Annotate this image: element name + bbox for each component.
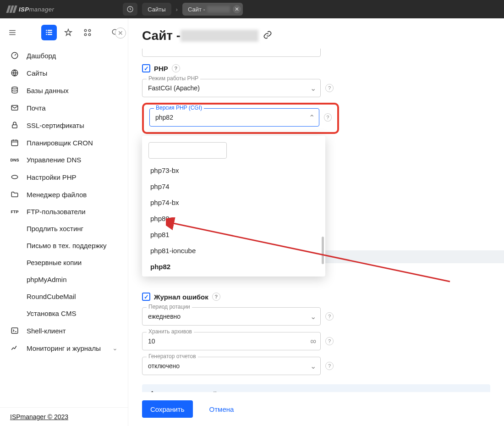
cancel-button[interactable]: Отмена xyxy=(201,400,242,418)
field-report: Генератор отчетов отключено ⌄ xyxy=(142,357,321,375)
sidebar-item-dashboard[interactable]: Дашборд xyxy=(0,47,128,64)
sidebar-item-renew[interactable]: Продлить хостинг xyxy=(0,220,128,237)
terminal-icon xyxy=(10,326,19,335)
sidebar-item-label: Установка CMS xyxy=(27,310,76,317)
dropdown-option[interactable]: php74-bx xyxy=(142,194,325,210)
chevron-up-icon: ⌃ xyxy=(149,390,155,392)
scrollbar-thumb[interactable] xyxy=(322,237,324,264)
select-php-mode[interactable]: FastCGI (Apache) xyxy=(142,79,321,97)
sidebar-item-ftp[interactable]: FTPFTP-пользователи xyxy=(0,203,128,220)
footer-copyright[interactable]: ISPmanager © 2023 xyxy=(0,407,128,426)
sidebar-item-php[interactable]: Настройки PHP xyxy=(0,168,128,186)
breadcrumb-label: Сайты xyxy=(148,6,165,13)
sidebar-item-label: Письмо в тех. поддержку xyxy=(27,242,107,249)
checkbox-errorlog[interactable]: ✓ xyxy=(142,293,150,301)
dropdown-option[interactable]: php81-ioncube xyxy=(142,243,325,259)
help-icon[interactable]: ? xyxy=(172,64,180,72)
sidebar-item-label: Дашборд xyxy=(27,52,56,60)
sidebar-item-roundcube[interactable]: RoundCubeMail xyxy=(0,288,128,305)
sidebar-item-files[interactable]: Менеджер файлов xyxy=(0,186,128,203)
sidebar-item-label: Shell-клиент xyxy=(27,327,66,335)
gauge-icon xyxy=(10,51,19,60)
sidebar-item-backups[interactable]: Резервные копии xyxy=(0,254,128,271)
sidebar-item-databases[interactable]: Базы данных xyxy=(0,82,128,99)
dropdown-option-selected[interactable]: php82 xyxy=(142,259,325,275)
help-icon[interactable]: ? xyxy=(325,337,334,345)
sidebar-item-dns[interactable]: DNSУправление DNS xyxy=(0,151,128,168)
sidebar-item-phpmyadmin[interactable]: phpMyAdmin xyxy=(0,271,128,288)
svg-rect-17 xyxy=(11,140,18,146)
sidebar-item-label: Планировщик CRON xyxy=(27,139,93,147)
chevron-down-icon: ⌄ xyxy=(112,344,118,352)
ftp-icon: FTP xyxy=(10,210,19,214)
sidebar-item-shell[interactable]: Shell-клиент xyxy=(0,322,128,339)
checkbox-php[interactable]: ✓ xyxy=(142,64,150,72)
help-icon[interactable]: ? xyxy=(325,84,334,92)
sidebar-item-sites[interactable]: Сайты xyxy=(0,64,128,82)
sidebar-item-cron[interactable]: Планировщик CRON xyxy=(0,134,128,151)
dropdown-list: php73-bx php74 php74-bx php80 php81 php8… xyxy=(142,162,325,275)
field-label: Режим работы PHP xyxy=(147,75,200,82)
apps-icon[interactable] xyxy=(80,25,95,40)
sidebar-item-label: Менеджер файлов xyxy=(27,191,87,199)
recent-icon[interactable] xyxy=(123,3,137,16)
help-icon[interactable]: ? xyxy=(325,312,334,321)
logo[interactable]: ISPmanager xyxy=(7,0,54,18)
link-icon[interactable] xyxy=(263,30,272,41)
dropdown-php-version: php73-bx php74 php74-bx php80 php81 php8… xyxy=(142,136,325,277)
sidebar: ✕ Дашборд Сайты Базы данных Почта SSL-се… xyxy=(0,18,128,426)
help-icon[interactable]: ? xyxy=(212,293,220,301)
dropdown-option[interactable]: php81 xyxy=(142,227,325,243)
close-icon[interactable]: ✕ xyxy=(233,5,241,13)
dropdown-option[interactable]: php74 xyxy=(142,178,325,194)
help-icon[interactable]: ? xyxy=(325,362,334,370)
star-icon[interactable] xyxy=(60,25,76,40)
svg-point-18 xyxy=(11,175,18,179)
field-archives: Хранить архивов 10 ∞ xyxy=(142,332,321,350)
chevron-right-icon: › xyxy=(176,6,178,13)
svg-rect-5 xyxy=(46,34,47,35)
svg-rect-16 xyxy=(12,125,17,128)
sidebar-item-monitoring[interactable]: Мониторинг и журналы⌄ xyxy=(0,339,128,357)
field-label: Версия PHP (CGI) xyxy=(154,105,204,111)
breadcrumb-site-current[interactable]: Сайт - ✕ xyxy=(182,3,243,16)
svg-rect-19 xyxy=(11,328,18,333)
breadcrumb-sites[interactable]: Сайты xyxy=(142,3,171,16)
sidebar-item-mail[interactable]: Почта xyxy=(0,99,128,116)
dropdown-option[interactable]: php73-bx xyxy=(142,162,325,178)
page-title: Сайт - xyxy=(142,28,258,43)
dropdown-search-input[interactable] xyxy=(148,142,227,159)
close-panel-icon[interactable]: ✕ xyxy=(115,28,126,39)
input-archives[interactable]: 10 xyxy=(142,332,321,350)
annotation-highlight: Версия PHP (CGI) php82 ⌃ ? xyxy=(142,103,339,134)
sidebar-item-label: Резервные копии xyxy=(27,259,82,266)
select-report[interactable]: отключено xyxy=(142,357,321,375)
accordion-optimization[interactable]: ⌃ Оптимизация сайта xyxy=(142,384,490,392)
dropdown-option[interactable]: php80 xyxy=(142,210,325,227)
redacted-text xyxy=(181,30,258,42)
background-panel xyxy=(325,250,504,263)
help-icon[interactable]: ? xyxy=(324,113,332,122)
sidebar-item-ssl[interactable]: SSL-сертификаты xyxy=(0,116,128,134)
save-button[interactable]: Сохранить xyxy=(142,400,193,418)
list-view-icon[interactable] xyxy=(41,25,57,40)
svg-point-9 xyxy=(84,33,87,36)
globe-icon xyxy=(10,69,19,77)
select-php-version[interactable]: php82 xyxy=(149,108,319,127)
field-rotation: Период ротации ежедневно ⌄ xyxy=(142,307,321,326)
sidebar-item-support[interactable]: Письмо в тех. поддержку xyxy=(0,237,128,254)
infinity-icon[interactable]: ∞ xyxy=(310,337,316,346)
select-rotation[interactable]: ежедневно xyxy=(142,307,321,326)
mail-icon xyxy=(10,104,19,112)
field-label: Хранить архивов xyxy=(147,328,194,335)
accordion-label: Оптимизация сайта xyxy=(161,390,224,393)
dns-icon: DNS xyxy=(10,158,19,162)
sidebar-item-cms[interactable]: Установка CMS xyxy=(0,305,128,322)
sidebar-item-label: Сайты xyxy=(27,69,47,77)
logo-text: ISPmanager xyxy=(19,6,54,13)
database-icon xyxy=(10,86,19,94)
field-input[interactable] xyxy=(142,49,321,57)
nav: Дашборд Сайты Базы данных Почта SSL-серт… xyxy=(0,44,128,407)
main: Сайт - ✓ PHP ? Режим работы PHP FastCGI … xyxy=(128,18,504,426)
menu-icon[interactable] xyxy=(5,25,20,40)
